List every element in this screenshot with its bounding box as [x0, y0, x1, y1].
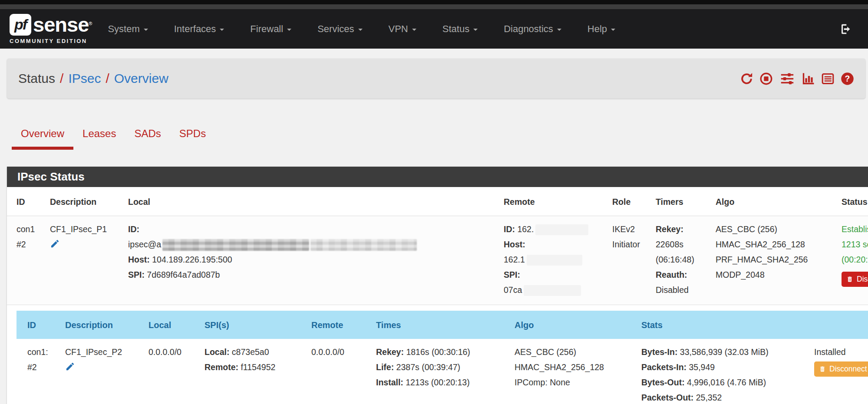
- p2-state-cell: Installed Disconnect: [814, 345, 868, 404]
- p1-id-line1: con1: [17, 222, 45, 237]
- packets-in-label: Packets-In:: [641, 362, 686, 372]
- spi-local-value: c873e5a0: [232, 347, 269, 357]
- breadcrumb-link-ipsec[interactable]: IPsec: [68, 71, 101, 85]
- local-host-label: Host:: [128, 255, 150, 264]
- algo-line: IPComp: None: [515, 375, 636, 390]
- chevron-down-icon: [144, 29, 148, 31]
- packets-out-label: Packets-Out:: [641, 393, 693, 402]
- bytes-in-value: 33,586,939 (32.03 MiB): [680, 347, 769, 357]
- p2-description: CF1_IPsec_P2: [65, 345, 143, 360]
- p2-remote-cell: 0.0.0.0/0: [311, 345, 376, 404]
- p1-description-cell: CF1_IPsec_P1: [50, 222, 128, 298]
- logo-pf-text: pf: [14, 16, 26, 33]
- p2-stats-cell: Bytes-In: 33,586,939 (32.03 MiB) Packets…: [641, 345, 814, 404]
- algo-line: AES_CBC (256): [515, 345, 636, 360]
- p2-id-line1: con1:: [27, 345, 60, 360]
- reauth-value: Disabled: [656, 282, 710, 298]
- menu-help-label: Help: [587, 23, 607, 35]
- help-icon[interactable]: ?: [841, 72, 854, 85]
- top-black-strip: [0, 0, 868, 4]
- packets-in-value: 35,949: [689, 362, 715, 372]
- col-stats: Stats: [641, 318, 814, 333]
- panel-title: IPsec Status: [7, 170, 85, 184]
- chevron-down-icon: [220, 29, 224, 31]
- p1-description: CF1_IPsec_P1: [50, 222, 123, 237]
- menu-firewall[interactable]: Firewall: [237, 23, 304, 35]
- col-local: Local: [128, 194, 504, 210]
- algo-line: PRF_HMAC_SHA2_256: [716, 252, 836, 267]
- menu-vpn-label: VPN: [389, 23, 408, 35]
- chevron-down-icon: [358, 29, 363, 31]
- col-algo: Algo: [515, 318, 641, 333]
- trash-icon: [846, 276, 853, 283]
- breadcrumb-link-overview[interactable]: Overview: [114, 71, 168, 85]
- menu-firewall-label: Firewall: [250, 23, 283, 35]
- menu-help[interactable]: Help: [574, 23, 628, 35]
- pfsense-logo[interactable]: pf sense ® COMMUNITY EDITION: [10, 14, 92, 44]
- rekey-time: (06:16:48): [656, 252, 710, 267]
- p1-table-header-row: ID Description Local Remote Role Timers …: [7, 187, 868, 216]
- menu-vpn[interactable]: VPN: [376, 23, 429, 35]
- p1-table-row: con1 #2 CF1_IPsec_P1 ID: ipsec@a Host: 1…: [7, 216, 868, 305]
- menu-interfaces[interactable]: Interfaces: [161, 23, 238, 35]
- top-gray-strip: [0, 4, 868, 9]
- p1-role-cell: IKEv2 Initiator: [612, 222, 656, 298]
- local-host-value: 104.189.226.195:500: [152, 255, 232, 264]
- tab-leases[interactable]: Leases: [73, 122, 125, 150]
- ipsec-status-panel: IPsec Status ID Description Local Remote…: [7, 167, 868, 404]
- remote-spi-value: 07ca: [504, 285, 522, 295]
- stop-icon[interactable]: [759, 72, 773, 85]
- tab-overview[interactable]: Overview: [12, 122, 73, 150]
- tab-sads[interactable]: SADs: [125, 122, 170, 150]
- spi-local-label: Local:: [205, 347, 229, 357]
- edit-pencil-icon[interactable]: [65, 361, 75, 371]
- disconnect-p1-button[interactable]: Disconnect: [842, 272, 868, 287]
- remote-host-label: Host:: [504, 240, 525, 249]
- p1-id-line2: #2: [17, 237, 45, 252]
- disconnect-label: Disconnect: [857, 275, 868, 284]
- menu-diagnostics[interactable]: Diagnostics: [491, 23, 574, 35]
- menu-services[interactable]: Services: [304, 23, 375, 35]
- remote-id-value: 162.: [517, 224, 534, 234]
- p2-id-line2: #2: [27, 360, 60, 375]
- p2-install-value: 1213s (00:20:13): [406, 378, 469, 387]
- local-id-value: ipsec@a: [128, 240, 161, 249]
- sign-out-icon[interactable]: [839, 23, 852, 36]
- menu-status[interactable]: Status: [429, 23, 491, 35]
- svg-text:?: ?: [845, 74, 850, 83]
- p1-local-cell: ID: ipsec@a Host: 104.189.226.195:500 SP…: [128, 222, 504, 298]
- top-navbar: pf sense ® COMMUNITY EDITION System Inte…: [0, 9, 868, 49]
- list-icon[interactable]: [821, 72, 835, 85]
- pf-logo-icon: pf: [10, 14, 31, 36]
- remote-spi-label: SPI:: [504, 270, 520, 279]
- filter-sliders-icon[interactable]: [779, 72, 795, 85]
- packets-out-value: 25,352: [696, 393, 722, 402]
- p2-algo-cell: AES_CBC (256) HMAC_SHA2_256_128 IPComp: …: [515, 345, 641, 404]
- trash-icon: [819, 365, 826, 373]
- bytes-out-label: Bytes-Out:: [641, 378, 685, 387]
- p2-section: ID Description Local SPI(s) Remote Times…: [7, 305, 868, 404]
- status-uptime-hms: (00:20:13): [842, 252, 868, 267]
- tab-bar: Overview Leases SADs SPDs: [7, 122, 868, 150]
- role-line2: Initiator: [612, 237, 650, 252]
- col-status: Status: [842, 194, 868, 210]
- redacted-block: [535, 224, 588, 235]
- disconnect-p2-button[interactable]: Disconnect: [814, 361, 868, 377]
- col-description: Description: [50, 194, 128, 210]
- edit-pencil-icon[interactable]: [50, 239, 60, 249]
- spi-remote-value: f1154952: [241, 362, 275, 372]
- chevron-down-icon: [557, 29, 561, 31]
- remote-host-value: 162.1: [504, 255, 525, 264]
- redacted-blur: [162, 239, 309, 251]
- reauth-label: Reauth:: [656, 270, 687, 279]
- p2-life-label: Life:: [376, 362, 394, 372]
- p2-local-cell: 0.0.0.0/0: [149, 345, 205, 404]
- refresh-icon[interactable]: [740, 72, 753, 85]
- menu-system[interactable]: System: [95, 23, 161, 35]
- bar-chart-icon[interactable]: [802, 72, 815, 85]
- p2-spis-cell: Local: c873e5a0 Remote: f1154952: [205, 345, 311, 404]
- tab-spds[interactable]: SPDs: [170, 122, 215, 150]
- p1-status-cell: Established 1213 seconds (00:20:13) Disc…: [842, 222, 868, 298]
- col-id: ID: [17, 194, 50, 210]
- col-local: Local: [149, 318, 205, 333]
